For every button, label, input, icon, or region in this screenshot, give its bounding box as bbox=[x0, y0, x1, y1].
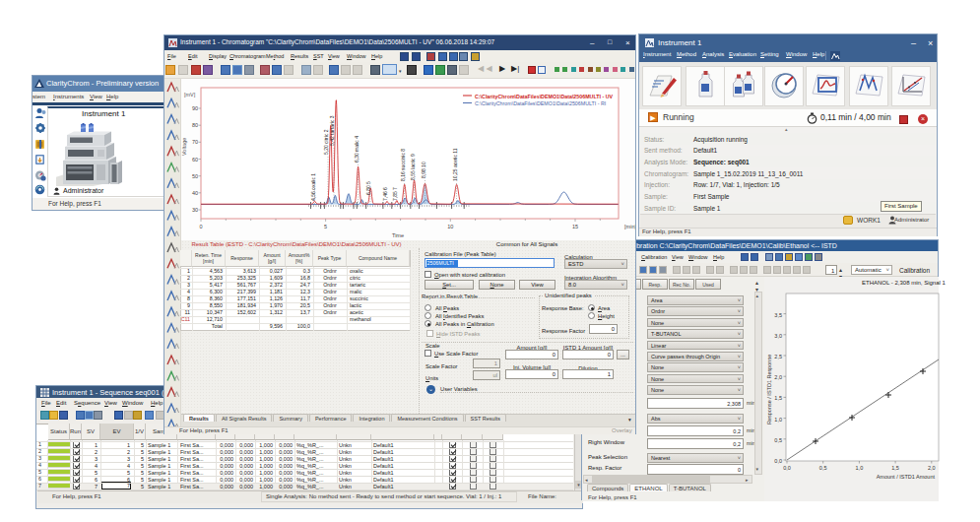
svg-text:0,0: 0,0 bbox=[783, 465, 791, 471]
svg-text:C:\ClarityChrom\DataFiles\DEMO: C:\ClarityChrom\DataFiles\DEMO1\Data\250… bbox=[475, 94, 613, 99]
svg-text:0,5: 0,5 bbox=[819, 465, 827, 471]
svg-text:0,0: 0,0 bbox=[774, 458, 782, 464]
svg-text:8,16 succinic 8: 8,16 succinic 8 bbox=[400, 149, 406, 181]
svg-text:C:\ClarityChrom\DataFiles\DEMO: C:\ClarityChrom\DataFiles\DEMO1\Data\250… bbox=[475, 100, 606, 106]
svg-text:1,5: 1,5 bbox=[891, 465, 899, 471]
svg-text:2,0: 2,0 bbox=[774, 374, 782, 380]
svg-text:1,0: 1,0 bbox=[774, 417, 782, 423]
svg-text:10: 10 bbox=[447, 224, 453, 229]
svg-text:30: 30 bbox=[192, 207, 198, 213]
svg-text:0,5: 0,5 bbox=[774, 437, 782, 443]
svg-text:[mV]: [mV] bbox=[184, 92, 196, 98]
svg-text:3,0: 3,0 bbox=[774, 333, 782, 339]
svg-text:7,46 6: 7,46 6 bbox=[382, 187, 388, 201]
svg-text:6,80 5: 6,80 5 bbox=[365, 181, 371, 195]
svg-text:40: 40 bbox=[192, 190, 198, 196]
svg-text:6,30 malic 4: 6,30 malic 4 bbox=[354, 136, 359, 163]
svg-text:1,5: 1,5 bbox=[774, 395, 782, 401]
svg-text:Response / ISTD1 Response: Response / ISTD1 Response bbox=[766, 355, 772, 424]
svg-text:Time: Time bbox=[392, 232, 404, 238]
svg-text:2,0: 2,0 bbox=[928, 465, 936, 471]
svg-text:[min]: [min] bbox=[624, 224, 635, 229]
svg-text:3,5: 3,5 bbox=[774, 312, 782, 318]
svg-text:50: 50 bbox=[192, 173, 198, 179]
svg-text:4,56 oxalic 1: 4,56 oxalic 1 bbox=[310, 173, 316, 201]
svg-text:Amount / ISTD1 Amount: Amount / ISTD1 Amount bbox=[877, 474, 936, 480]
svg-text:2,5: 2,5 bbox=[774, 354, 782, 359]
svg-text:8,98 10: 8,98 10 bbox=[421, 162, 426, 178]
svg-text:1,0: 1,0 bbox=[856, 465, 864, 471]
svg-text:Voltage: Voltage bbox=[181, 138, 187, 156]
svg-text:7,85 7: 7,85 7 bbox=[392, 187, 398, 201]
svg-text:5: 5 bbox=[324, 224, 327, 229]
svg-text:10,25 acetic 11: 10,25 acetic 11 bbox=[452, 148, 458, 181]
svg-text:90: 90 bbox=[192, 105, 198, 111]
svg-text:80: 80 bbox=[192, 122, 198, 128]
svg-text:15: 15 bbox=[572, 224, 578, 229]
svg-text:8,55 lactic 9: 8,55 lactic 9 bbox=[410, 154, 416, 180]
svg-text:5,42 tartaric 3: 5,42 tartaric 3 bbox=[329, 115, 335, 146]
svg-text:60: 60 bbox=[192, 157, 198, 163]
svg-text:70: 70 bbox=[192, 139, 198, 145]
svg-text:0: 0 bbox=[199, 224, 202, 229]
